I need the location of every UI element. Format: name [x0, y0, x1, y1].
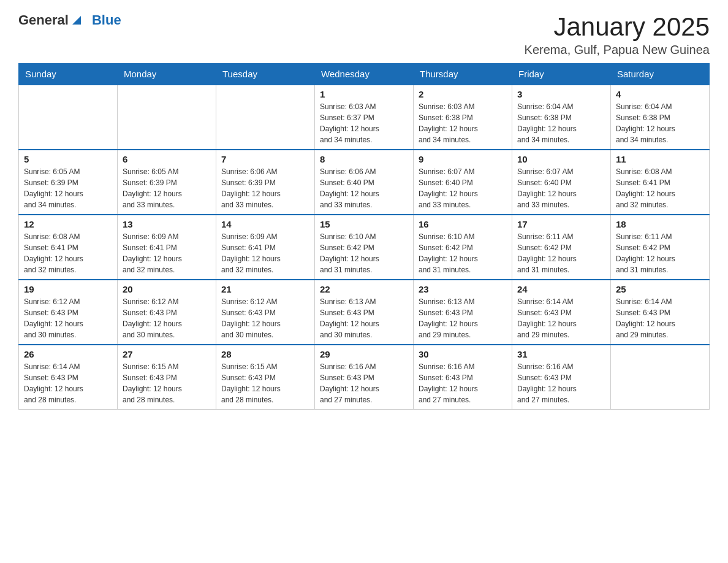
day-number: 17 — [517, 219, 605, 229]
header-row: SundayMondayTuesdayWednesdayThursdayFrid… — [19, 64, 710, 85]
day-cell — [611, 345, 710, 410]
day-cell — [216, 85, 315, 150]
day-cell: 24Sunrise: 6:14 AM Sunset: 6:43 PM Dayli… — [512, 280, 611, 345]
logo-triangle-icon — [70, 13, 83, 27]
day-info: Sunrise: 6:07 AM Sunset: 6:40 PM Dayligh… — [419, 166, 507, 210]
day-info: Sunrise: 6:14 AM Sunset: 6:43 PM Dayligh… — [616, 296, 704, 340]
day-info: Sunrise: 6:16 AM Sunset: 6:43 PM Dayligh… — [320, 361, 408, 405]
day-number: 13 — [123, 219, 211, 229]
day-cell: 13Sunrise: 6:09 AM Sunset: 6:41 PM Dayli… — [118, 215, 216, 280]
day-number: 21 — [221, 284, 309, 294]
day-cell: 27Sunrise: 6:15 AM Sunset: 6:43 PM Dayli… — [118, 345, 216, 410]
day-cell: 25Sunrise: 6:14 AM Sunset: 6:43 PM Dayli… — [611, 280, 710, 345]
day-info: Sunrise: 6:13 AM Sunset: 6:43 PM Dayligh… — [320, 296, 408, 340]
logo-general-text: General — [18, 12, 69, 28]
day-info: Sunrise: 6:08 AM Sunset: 6:41 PM Dayligh… — [24, 231, 112, 275]
header-cell-wednesday: Wednesday — [315, 64, 414, 85]
day-number: 22 — [320, 284, 408, 294]
day-cell: 3Sunrise: 6:04 AM Sunset: 6:38 PM Daylig… — [512, 85, 611, 150]
day-cell: 5Sunrise: 6:05 AM Sunset: 6:39 PM Daylig… — [19, 150, 118, 215]
day-number: 15 — [320, 219, 408, 229]
day-number: 28 — [221, 349, 309, 359]
header-cell-monday: Monday — [118, 64, 216, 85]
day-cell: 21Sunrise: 6:12 AM Sunset: 6:43 PM Dayli… — [216, 280, 315, 345]
day-cell: 12Sunrise: 6:08 AM Sunset: 6:41 PM Dayli… — [19, 215, 118, 280]
day-number: 30 — [419, 349, 507, 359]
calendar-subtitle: Kerema, Gulf, Papua New Guinea — [525, 43, 710, 57]
day-cell: 18Sunrise: 6:11 AM Sunset: 6:42 PM Dayli… — [611, 215, 710, 280]
day-number: 24 — [517, 284, 605, 294]
day-cell — [118, 85, 216, 150]
day-number: 7 — [221, 154, 309, 164]
day-number: 23 — [419, 284, 507, 294]
day-info: Sunrise: 6:11 AM Sunset: 6:42 PM Dayligh… — [616, 231, 704, 275]
day-cell: 6Sunrise: 6:05 AM Sunset: 6:39 PM Daylig… — [118, 150, 216, 215]
day-number: 31 — [517, 349, 605, 359]
day-cell: 20Sunrise: 6:12 AM Sunset: 6:43 PM Dayli… — [118, 280, 216, 345]
day-number: 8 — [320, 154, 408, 164]
day-info: Sunrise: 6:16 AM Sunset: 6:43 PM Dayligh… — [517, 361, 605, 405]
day-cell: 2Sunrise: 6:03 AM Sunset: 6:38 PM Daylig… — [414, 85, 512, 150]
day-info: Sunrise: 6:06 AM Sunset: 6:40 PM Dayligh… — [320, 166, 408, 210]
day-number: 5 — [24, 154, 112, 164]
day-number: 9 — [419, 154, 507, 164]
day-cell: 15Sunrise: 6:10 AM Sunset: 6:42 PM Dayli… — [315, 215, 414, 280]
day-number: 29 — [320, 349, 408, 359]
day-number: 18 — [616, 219, 704, 229]
logo: General Blue — [18, 12, 121, 28]
day-info: Sunrise: 6:12 AM Sunset: 6:43 PM Dayligh… — [221, 296, 309, 340]
day-info: Sunrise: 6:16 AM Sunset: 6:43 PM Dayligh… — [419, 361, 507, 405]
day-info: Sunrise: 6:14 AM Sunset: 6:43 PM Dayligh… — [517, 296, 605, 340]
day-cell: 26Sunrise: 6:14 AM Sunset: 6:43 PM Dayli… — [19, 345, 118, 410]
day-info: Sunrise: 6:12 AM Sunset: 6:43 PM Dayligh… — [123, 296, 211, 340]
day-number: 19 — [24, 284, 112, 294]
day-cell: 10Sunrise: 6:07 AM Sunset: 6:40 PM Dayli… — [512, 150, 611, 215]
day-info: Sunrise: 6:13 AM Sunset: 6:43 PM Dayligh… — [419, 296, 507, 340]
day-info: Sunrise: 6:04 AM Sunset: 6:38 PM Dayligh… — [517, 101, 605, 145]
day-info: Sunrise: 6:09 AM Sunset: 6:41 PM Dayligh… — [221, 231, 309, 275]
day-number: 25 — [616, 284, 704, 294]
day-number: 11 — [616, 154, 704, 164]
day-info: Sunrise: 6:15 AM Sunset: 6:43 PM Dayligh… — [123, 361, 211, 405]
day-number: 14 — [221, 219, 309, 229]
day-info: Sunrise: 6:03 AM Sunset: 6:37 PM Dayligh… — [320, 101, 408, 145]
calendar-title: January 2025 — [525, 12, 710, 42]
day-cell: 19Sunrise: 6:12 AM Sunset: 6:43 PM Dayli… — [19, 280, 118, 345]
day-info: Sunrise: 6:06 AM Sunset: 6:39 PM Dayligh… — [221, 166, 309, 210]
day-number: 26 — [24, 349, 112, 359]
day-info: Sunrise: 6:03 AM Sunset: 6:38 PM Dayligh… — [419, 101, 507, 145]
week-row-4: 19Sunrise: 6:12 AM Sunset: 6:43 PM Dayli… — [19, 280, 710, 345]
day-cell: 9Sunrise: 6:07 AM Sunset: 6:40 PM Daylig… — [414, 150, 512, 215]
header-cell-friday: Friday — [512, 64, 611, 85]
day-number: 16 — [419, 219, 507, 229]
day-cell: 4Sunrise: 6:04 AM Sunset: 6:38 PM Daylig… — [611, 85, 710, 150]
day-cell: 31Sunrise: 6:16 AM Sunset: 6:43 PM Dayli… — [512, 345, 611, 410]
week-row-2: 5Sunrise: 6:05 AM Sunset: 6:39 PM Daylig… — [19, 150, 710, 215]
day-number: 3 — [517, 89, 605, 99]
day-cell: 29Sunrise: 6:16 AM Sunset: 6:43 PM Dayli… — [315, 345, 414, 410]
day-info: Sunrise: 6:05 AM Sunset: 6:39 PM Dayligh… — [123, 166, 211, 210]
header-cell-sunday: Sunday — [19, 64, 118, 85]
day-cell: 23Sunrise: 6:13 AM Sunset: 6:43 PM Dayli… — [414, 280, 512, 345]
day-info: Sunrise: 6:10 AM Sunset: 6:42 PM Dayligh… — [320, 231, 408, 275]
day-number: 1 — [320, 89, 408, 99]
day-cell: 16Sunrise: 6:10 AM Sunset: 6:42 PM Dayli… — [414, 215, 512, 280]
day-number: 27 — [123, 349, 211, 359]
day-info: Sunrise: 6:11 AM Sunset: 6:42 PM Dayligh… — [517, 231, 605, 275]
day-info: Sunrise: 6:09 AM Sunset: 6:41 PM Dayligh… — [123, 231, 211, 275]
calendar-body: 1Sunrise: 6:03 AM Sunset: 6:37 PM Daylig… — [19, 85, 710, 410]
day-cell: 1Sunrise: 6:03 AM Sunset: 6:37 PM Daylig… — [315, 85, 414, 150]
title-section: January 2025 Kerema, Gulf, Papua New Gui… — [525, 12, 710, 57]
day-cell — [19, 85, 118, 150]
svg-marker-0 — [72, 16, 81, 25]
day-info: Sunrise: 6:07 AM Sunset: 6:40 PM Dayligh… — [517, 166, 605, 210]
day-cell: 11Sunrise: 6:08 AM Sunset: 6:41 PM Dayli… — [611, 150, 710, 215]
day-cell: 22Sunrise: 6:13 AM Sunset: 6:43 PM Dayli… — [315, 280, 414, 345]
day-info: Sunrise: 6:10 AM Sunset: 6:42 PM Dayligh… — [419, 231, 507, 275]
day-number: 2 — [419, 89, 507, 99]
day-info: Sunrise: 6:05 AM Sunset: 6:39 PM Dayligh… — [24, 166, 112, 210]
page-header: General Blue January 2025 Kerema, Gulf, … — [18, 12, 710, 57]
day-info: Sunrise: 6:14 AM Sunset: 6:43 PM Dayligh… — [24, 361, 112, 405]
header-cell-tuesday: Tuesday — [216, 64, 315, 85]
day-cell: 8Sunrise: 6:06 AM Sunset: 6:40 PM Daylig… — [315, 150, 414, 215]
